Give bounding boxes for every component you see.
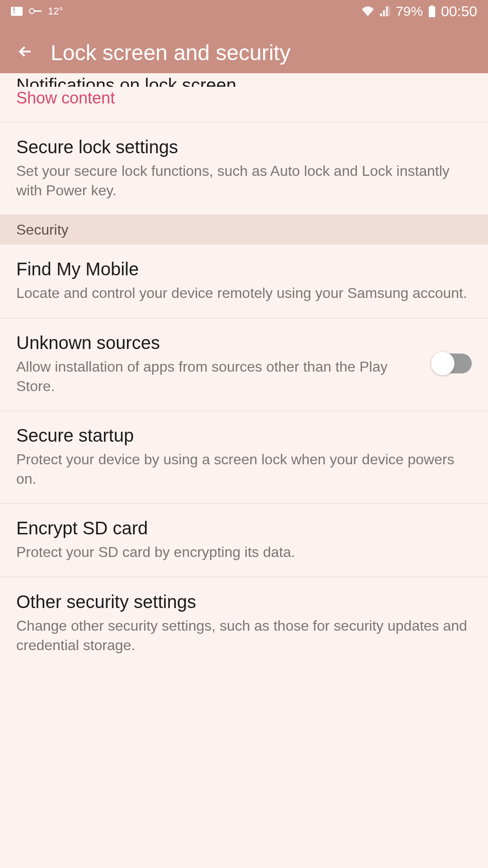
encrypt-sd-card-item[interactable]: Encrypt SD card Protect your SD card by …: [0, 504, 488, 577]
item-title: Secure lock settings: [16, 135, 472, 159]
item-text: Unknown sources Allow installation of ap…: [16, 331, 433, 396]
item-title: Secure startup: [16, 424, 472, 447]
page-title: Lock screen and security: [51, 40, 291, 65]
secure-lock-settings-item[interactable]: Secure lock settings Set your secure loc…: [0, 123, 488, 215]
find-my-mobile-item[interactable]: Find My Mobile Locate and control your d…: [0, 245, 488, 318]
item-title: Find My Mobile: [16, 257, 472, 281]
item-description: Change other security settings, such as …: [16, 616, 472, 655]
item-title: Other security settings: [16, 590, 472, 613]
unknown-sources-toggle[interactable]: [433, 354, 472, 373]
key-icon: [29, 8, 42, 14]
item-title: Encrypt SD card: [16, 516, 472, 540]
status-right: 79% 00:50: [361, 3, 477, 20]
item-description: Allow installation of apps from sources …: [16, 357, 419, 396]
secure-startup-item[interactable]: Secure startup Protect your device by us…: [0, 411, 488, 504]
other-security-settings-item[interactable]: Other security settings Change other sec…: [0, 577, 488, 670]
status-left: 12°: [11, 5, 63, 17]
item-value: Show content: [16, 89, 472, 108]
item-title: Notifications on lock screen: [16, 73, 472, 87]
item-description: Protect your SD card by encrypting its d…: [16, 542, 472, 562]
item-description: Locate and control your device remotely …: [16, 283, 472, 303]
temperature-indicator: 12°: [48, 5, 63, 17]
notification-card-icon: [11, 7, 23, 16]
status-bar: 12° 79% 00:50: [0, 0, 488, 23]
wifi-icon: [361, 6, 374, 16]
settings-list: Notifications on lock screen Show conten…: [0, 73, 488, 670]
svg-rect-1: [430, 5, 433, 7]
toggle-knob: [431, 352, 455, 375]
item-title: Unknown sources: [16, 331, 419, 354]
item-description: Set your secure lock functions, such as …: [16, 161, 472, 200]
clock: 00:50: [441, 3, 477, 20]
security-section-header: Security: [0, 215, 488, 245]
notifications-lock-screen-item[interactable]: Notifications on lock screen Show conten…: [0, 73, 488, 123]
signal-icon: [380, 6, 390, 16]
battery-icon: [428, 5, 436, 17]
item-description: Protect your device by using a screen lo…: [16, 450, 472, 489]
unknown-sources-item[interactable]: Unknown sources Allow installation of ap…: [0, 318, 488, 411]
battery-percent: 79%: [396, 4, 423, 19]
svg-rect-0: [429, 6, 435, 17]
back-arrow-icon[interactable]: [16, 42, 34, 62]
